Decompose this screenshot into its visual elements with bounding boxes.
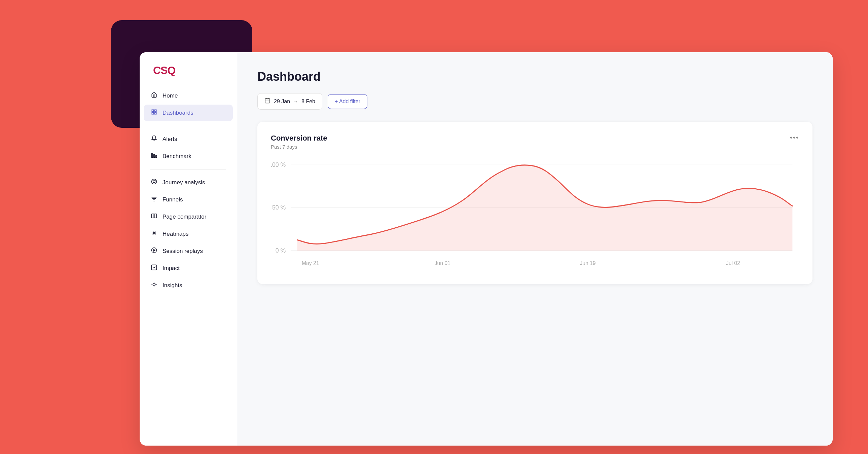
sidebar-item-journey-analysis[interactable]: Journey analysis	[144, 174, 233, 191]
svg-rect-6	[156, 156, 157, 158]
svg-line-12	[155, 183, 156, 183]
main-window: CSQ Home	[140, 52, 833, 446]
date-range-button[interactable]: 29 Jan → 8 Feb	[257, 93, 322, 110]
nav-divider-1	[150, 126, 226, 126]
funnels-icon	[150, 196, 158, 203]
svg-rect-3	[155, 113, 156, 114]
svg-text:May 21: May 21	[302, 260, 319, 266]
svg-marker-22	[154, 249, 155, 251]
svg-point-19	[153, 232, 155, 234]
conversion-rate-chart: 100 % 50 % 0 % May 21 Jun 01 Jun 19 Jul …	[271, 158, 799, 272]
sidebar-item-impact-label: Impact	[162, 265, 180, 272]
sidebar-item-page-comparator[interactable]: Page comparator	[144, 208, 233, 225]
sidebar-item-home[interactable]: Home	[144, 88, 233, 104]
page-title: Dashboard	[257, 70, 812, 84]
nav-section-top: Home Dashboards	[140, 88, 237, 294]
home-icon	[150, 92, 158, 100]
filter-bar: 29 Jan → 8 Feb + Add filter	[257, 93, 812, 110]
journey-analysis-icon	[150, 179, 158, 186]
sidebar-item-funnels-label: Funnels	[162, 196, 183, 203]
dashboards-icon	[150, 109, 158, 117]
svg-rect-18	[154, 214, 157, 218]
sidebar-item-benchmark-label: Benchmark	[162, 153, 191, 160]
add-filter-label: + Add filter	[335, 99, 360, 105]
sidebar-item-funnels[interactable]: Funnels	[144, 191, 233, 208]
sidebar-item-benchmark[interactable]: Benchmark	[144, 148, 233, 164]
alerts-icon	[150, 135, 158, 143]
svg-point-8	[153, 181, 155, 183]
insights-icon	[150, 282, 158, 289]
svg-rect-1	[155, 110, 156, 111]
svg-text:Jul 02: Jul 02	[726, 260, 740, 266]
svg-point-24	[153, 283, 155, 286]
date-to: 8 Feb	[302, 99, 315, 105]
sidebar-item-heatmaps[interactable]: Heatmaps	[144, 226, 233, 242]
more-options-button[interactable]: •••	[790, 134, 799, 141]
sidebar-item-session-replays-label: Session replays	[162, 248, 203, 255]
sidebar-item-dashboards[interactable]: Dashboards	[144, 105, 233, 121]
svg-line-11	[152, 183, 153, 183]
sidebar-item-dashboards-label: Dashboards	[162, 110, 193, 116]
sidebar-item-alerts[interactable]: Alerts	[144, 131, 233, 147]
date-arrow: →	[293, 99, 298, 104]
more-options-icon: •••	[790, 134, 799, 141]
svg-rect-4	[152, 153, 153, 158]
benchmark-icon	[150, 152, 158, 160]
heatmaps-icon	[150, 230, 158, 238]
sidebar-item-journey-label: Journey analysis	[162, 179, 205, 186]
svg-rect-0	[152, 110, 153, 111]
svg-rect-5	[154, 154, 155, 158]
svg-text:Jun 01: Jun 01	[435, 260, 451, 266]
svg-line-10	[155, 180, 156, 181]
sidebar: CSQ Home	[140, 52, 237, 446]
sidebar-item-alerts-label: Alerts	[162, 136, 177, 142]
chart-title: Conversion rate	[271, 134, 327, 142]
svg-rect-2	[152, 113, 153, 114]
app-logo: CSQ	[153, 64, 175, 76]
sidebar-item-insights-label: Insights	[162, 282, 182, 289]
impact-icon	[150, 264, 158, 272]
chart-title-area: Conversion rate Past 7 days	[271, 134, 327, 150]
add-filter-button[interactable]: + Add filter	[328, 94, 367, 109]
sidebar-item-impact[interactable]: Impact	[144, 260, 233, 277]
main-content: Dashboard 29 Jan → 8 Feb + Add filter	[237, 52, 833, 446]
logo-area: CSQ	[140, 52, 237, 88]
nav-divider-2	[150, 169, 226, 169]
svg-rect-29	[265, 99, 270, 103]
chart-subtitle: Past 7 days	[271, 144, 327, 150]
svg-point-20	[152, 231, 156, 235]
sidebar-item-home-label: Home	[162, 93, 178, 99]
svg-text:100 %: 100 %	[271, 161, 286, 168]
calendar-icon	[265, 98, 271, 105]
sidebar-item-insights[interactable]: Insights	[144, 277, 233, 294]
page-comparator-icon	[150, 213, 158, 221]
chart-area: 100 % 50 % 0 % May 21 Jun 01 Jun 19 Jul …	[271, 158, 799, 272]
chart-card: Conversion rate Past 7 days ••• 100 % 50…	[257, 122, 812, 284]
svg-line-9	[152, 180, 153, 181]
chart-header: Conversion rate Past 7 days •••	[271, 134, 799, 150]
svg-text:0 %: 0 %	[276, 247, 286, 254]
sidebar-item-heatmaps-label: Heatmaps	[162, 231, 188, 237]
date-from: 29 Jan	[274, 99, 290, 105]
svg-text:Jun 19: Jun 19	[580, 260, 595, 266]
svg-rect-17	[152, 214, 154, 218]
sidebar-item-session-replays[interactable]: Session replays	[144, 243, 233, 259]
svg-text:50 %: 50 %	[272, 203, 286, 211]
sidebar-item-page-comparator-label: Page comparator	[162, 214, 206, 220]
session-replays-icon	[150, 247, 158, 255]
